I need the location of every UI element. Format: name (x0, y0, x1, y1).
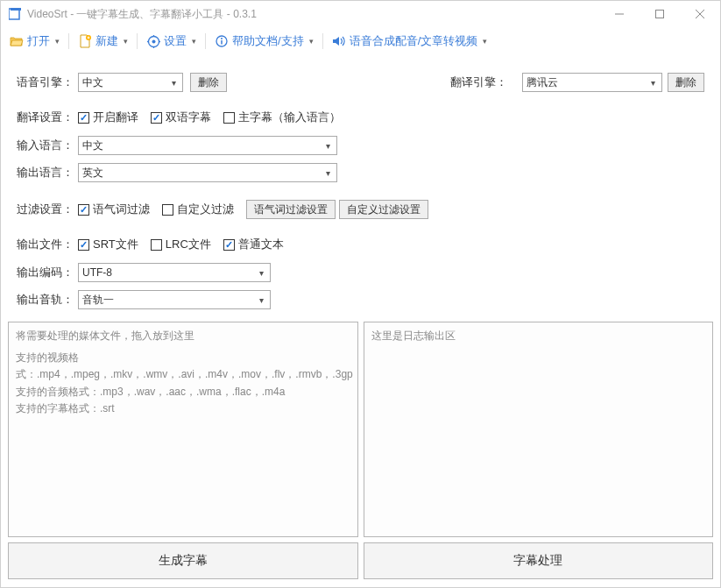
new-menu[interactable]: 新建 ▾ (74, 32, 131, 51)
maximize-button[interactable] (640, 1, 680, 27)
bilingual-label: 双语字幕 (166, 110, 211, 125)
translate-engine-label: 翻译引擎： (450, 74, 512, 90)
chevron-down-icon: ▾ (321, 164, 335, 181)
speech-engine-delete-button[interactable]: 删除 (190, 73, 227, 92)
output-lang-label: 输出语言： (17, 165, 78, 181)
drop-zone[interactable]: 将需要处理的媒体文件，拖入放到这里 支持的视频格式：.mp4，.mpeg，.mk… (8, 322, 358, 537)
output-track-select[interactable]: 音轨一 ▾ (78, 290, 271, 309)
checkbox-icon (223, 112, 235, 124)
lrc-label: LRC文件 (166, 237, 211, 252)
toolbar-separator (205, 33, 206, 49)
svg-point-14 (221, 38, 223, 39)
checkbox-icon (162, 204, 173, 216)
tts-label: 语音合成配音/文章转视频 (350, 33, 478, 49)
settings-label: 设置 (164, 33, 187, 49)
svg-point-8 (152, 39, 155, 43)
custom-filter-settings-button[interactable]: 自定义过滤设置 (339, 200, 428, 219)
form-area: 语音引擎： 中文 ▾ 删除 翻译引擎： 腾讯云 ▾ 删除 翻译设置： 开启翻译 … (1, 55, 720, 322)
new-label: 新建 (95, 33, 118, 49)
modal-filter-checkbox[interactable]: 语气词过滤 (78, 202, 150, 217)
checkbox-icon (78, 239, 89, 251)
info-icon (215, 34, 229, 48)
app-icon (8, 7, 22, 21)
drop-hint-line1: 将需要处理的媒体文件，拖入放到这里 (16, 328, 350, 344)
folder-open-icon (10, 34, 24, 48)
modal-filter-label: 语气词过滤 (93, 202, 150, 217)
speech-engine-label: 语音引擎： (17, 74, 78, 90)
titlebar: VideoSrt - 一键字幕生成、字幕翻译小工具 - 0.3.1 (1, 1, 720, 27)
main-subtitle-label: 主字幕（输入语言） (238, 110, 341, 125)
chevron-down-icon: ▾ (166, 74, 180, 91)
chevron-down-icon: ▾ (192, 37, 196, 46)
input-lang-label: 输入语言： (17, 138, 78, 153)
minimize-button[interactable] (599, 1, 640, 27)
chevron-down-icon: ▾ (254, 264, 268, 281)
window-title: VideoSrt - 一键字幕生成、字幕翻译小工具 - 0.3.1 (27, 7, 257, 22)
output-lang-value: 英文 (82, 166, 333, 181)
chevron-down-icon: ▾ (321, 137, 335, 154)
enable-translate-label: 开启翻译 (93, 110, 138, 125)
open-menu[interactable]: 打开 ▾ (6, 32, 63, 51)
output-track-value: 音轨一 (82, 293, 266, 308)
lrc-checkbox[interactable]: LRC文件 (151, 237, 211, 252)
help-menu[interactable]: 帮助文档/支持 ▾ (211, 32, 317, 51)
toolbar-separator (68, 33, 69, 49)
output-encoding-select[interactable]: UTF-8 ▾ (78, 263, 271, 282)
chevron-down-icon: ▾ (124, 37, 128, 46)
input-lang-select[interactable]: 中文 ▾ (78, 136, 337, 155)
sound-icon (332, 34, 346, 48)
tts-menu[interactable]: 语音合成配音/文章转视频 ▾ (329, 32, 491, 51)
speech-engine-select[interactable]: 中文 ▾ (78, 73, 183, 92)
custom-filter-label: 自定义过滤 (177, 202, 234, 217)
gear-icon (146, 34, 160, 48)
txt-label: 普通文本 (238, 237, 284, 252)
filter-settings-label: 过滤设置： (17, 202, 78, 217)
output-lang-select[interactable]: 英文 ▾ (78, 163, 337, 182)
srt-label: SRT文件 (93, 237, 138, 252)
output-files-label: 输出文件： (17, 237, 78, 252)
toolbar-separator (137, 33, 138, 49)
main-subtitle-checkbox[interactable]: 主字幕（输入语言） (223, 110, 341, 125)
chevron-down-icon: ▾ (483, 37, 487, 46)
translate-settings-label: 翻译设置： (17, 110, 78, 125)
subtitle-process-button[interactable]: 字幕处理 (364, 542, 714, 579)
bottom-buttons: 生成字幕 字幕处理 (1, 537, 720, 586)
chevron-down-icon: ▾ (254, 291, 268, 308)
panes: 将需要处理的媒体文件，拖入放到这里 支持的视频格式：.mp4，.mpeg，.mk… (1, 322, 720, 537)
output-encoding-value: UTF-8 (82, 266, 266, 279)
translate-engine-delete-button[interactable]: 删除 (668, 73, 704, 92)
chevron-down-icon: ▾ (55, 37, 60, 46)
output-track-label: 输出音轨： (17, 292, 78, 308)
new-file-icon (78, 34, 92, 48)
help-label: 帮助文档/支持 (232, 33, 304, 49)
txt-checkbox[interactable]: 普通文本 (223, 237, 284, 252)
speech-engine-value: 中文 (82, 75, 179, 90)
chevron-down-icon: ▾ (309, 37, 314, 46)
translate-engine-select[interactable]: 腾讯云 ▾ (522, 73, 662, 92)
chevron-down-icon: ▾ (646, 74, 660, 91)
drop-hint-line3: 支持的音频格式：.mp3，.wav，.aac，.wma，.flac，.m4a (16, 384, 350, 400)
modal-filter-settings-button[interactable]: 语气词过滤设置 (246, 200, 336, 219)
checkbox-icon (151, 239, 162, 251)
toolbar: 打开 ▾ 新建 ▾ 设置 ▾ 帮助文档/支持 ▾ 语音合成配音/文章转视频 ▾ (1, 27, 720, 55)
drop-hint-line2: 支持的视频格式：.mp4，.mpeg，.mkv，.wmv，.avi，.m4v，.… (16, 350, 350, 383)
checkbox-icon (78, 112, 89, 124)
checkbox-icon (151, 112, 162, 124)
toolbar-separator (322, 33, 323, 49)
enable-translate-checkbox[interactable]: 开启翻译 (78, 110, 138, 125)
log-output: 这里是日志输出区 (364, 322, 714, 537)
drop-hint-line4: 支持的字幕格式：.srt (16, 400, 350, 417)
translate-engine-value: 腾讯云 (527, 75, 658, 90)
generate-subtitle-button[interactable]: 生成字幕 (8, 542, 358, 579)
log-placeholder: 这里是日志输出区 (371, 328, 706, 344)
output-encoding-label: 输出编码： (17, 265, 78, 280)
svg-rect-1 (11, 8, 21, 11)
close-button[interactable] (680, 1, 720, 27)
srt-checkbox[interactable]: SRT文件 (78, 237, 138, 252)
checkbox-icon (78, 204, 89, 216)
custom-filter-checkbox[interactable]: 自定义过滤 (162, 202, 234, 217)
checkbox-icon (223, 239, 235, 251)
input-lang-value: 中文 (82, 138, 333, 153)
bilingual-checkbox[interactable]: 双语字幕 (151, 110, 211, 125)
settings-menu[interactable]: 设置 ▾ (143, 32, 200, 51)
